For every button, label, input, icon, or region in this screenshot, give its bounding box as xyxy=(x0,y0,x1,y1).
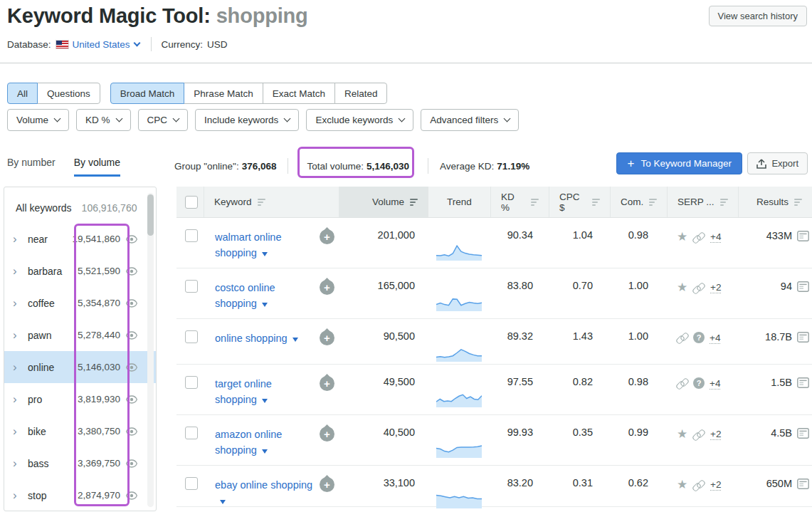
sort-icon[interactable] xyxy=(531,199,539,206)
row-checkbox[interactable] xyxy=(185,376,198,389)
caret-down-icon[interactable] xyxy=(262,449,268,454)
row-checkbox[interactable] xyxy=(185,427,198,439)
match-tab[interactable]: All xyxy=(7,83,38,104)
keyword-link[interactable]: amazon online shopping xyxy=(215,429,282,456)
add-to-keyword-manager-icon[interactable]: + xyxy=(320,477,334,492)
chevron-right-icon[interactable]: › xyxy=(13,393,21,405)
caret-down-icon[interactable] xyxy=(220,500,226,504)
eye-icon[interactable] xyxy=(126,491,137,500)
filter-dropdown[interactable]: Exclude keywords xyxy=(306,109,413,131)
add-to-keyword-manager-icon[interactable]: + xyxy=(320,229,334,244)
keyword-link[interactable]: ebay online shopping xyxy=(215,479,312,491)
filter-dropdown[interactable]: Volume xyxy=(7,109,69,131)
column-header[interactable]: Keyword xyxy=(204,187,339,217)
serp-snapshot-icon[interactable] xyxy=(797,428,809,439)
eye-icon[interactable] xyxy=(126,235,137,244)
keyword-group-item[interactable]: › near 19,541,860 xyxy=(4,223,156,255)
column-header[interactable]: SERP ... xyxy=(667,187,738,217)
sort-icon[interactable] xyxy=(794,199,802,206)
eye-icon[interactable] xyxy=(126,459,137,468)
keyword-link[interactable]: walmart online shopping xyxy=(215,231,282,258)
chevron-right-icon[interactable]: › xyxy=(13,361,21,373)
serp-snapshot-icon[interactable] xyxy=(797,231,809,241)
keyword-link[interactable]: online shopping xyxy=(215,333,288,344)
sort-icon[interactable] xyxy=(720,199,728,206)
chevron-right-icon[interactable]: › xyxy=(13,425,21,437)
by-volume-toggle[interactable]: By volume xyxy=(74,157,120,177)
keyword-cell: amazon online shopping + xyxy=(204,415,339,465)
database-value: United States xyxy=(73,39,130,50)
serp-features-more-link[interactable]: +4 xyxy=(710,333,720,344)
view-search-history-button[interactable]: View search history xyxy=(709,6,807,26)
sort-icon[interactable] xyxy=(649,199,657,206)
keyword-group-item[interactable]: › coffee 5,354,870 xyxy=(4,287,156,319)
serp-features-more-link[interactable]: +2 xyxy=(710,429,721,440)
eye-icon[interactable] xyxy=(126,331,137,340)
row-checkbox[interactable] xyxy=(185,477,198,490)
match-tab[interactable]: Phrase Match xyxy=(184,83,263,104)
keyword-group-item[interactable]: › bass 3,369,750 xyxy=(4,447,156,479)
eye-icon[interactable] xyxy=(126,299,137,308)
match-tab[interactable]: Broad Match xyxy=(110,83,185,104)
chevron-right-icon[interactable]: › xyxy=(13,233,21,245)
sort-icon[interactable] xyxy=(592,199,600,206)
sidebar-all-keywords[interactable]: All keywords 106,916,760 xyxy=(4,193,156,223)
select-all-checkbox[interactable] xyxy=(185,196,198,209)
filter-dropdown[interactable]: Include keywords xyxy=(195,109,299,131)
sort-icon[interactable] xyxy=(258,199,265,206)
caret-down-icon[interactable] xyxy=(262,399,268,403)
to-keyword-manager-button[interactable]: +To Keyword Manager xyxy=(616,152,742,174)
sidebar-scrollbar[interactable] xyxy=(147,193,154,507)
serp-snapshot-icon[interactable] xyxy=(797,281,809,292)
eye-icon[interactable] xyxy=(126,395,137,404)
filter-dropdown[interactable]: CPC xyxy=(138,109,189,131)
column-header[interactable]: Results xyxy=(738,187,812,217)
sort-icon[interactable] xyxy=(410,199,418,206)
column-header[interactable]: Com. xyxy=(610,187,667,217)
filter-dropdown[interactable]: Advanced filters xyxy=(421,109,519,131)
serp-features-more-link[interactable]: +2 xyxy=(710,479,721,491)
column-header[interactable]: Trend xyxy=(428,187,490,217)
chevron-right-icon[interactable]: › xyxy=(13,489,21,501)
chevron-right-icon[interactable]: › xyxy=(13,297,21,309)
serp-features-more-link[interactable]: +4 xyxy=(710,378,720,390)
column-header[interactable]: CPC $ xyxy=(549,187,610,217)
keyword-group-item[interactable]: › bike 3,380,750 xyxy=(4,415,156,447)
by-number-toggle[interactable]: By number xyxy=(7,157,56,177)
row-checkbox[interactable] xyxy=(185,229,198,242)
export-button[interactable]: Export xyxy=(747,152,808,174)
chevron-right-icon[interactable]: › xyxy=(13,265,21,277)
add-to-keyword-manager-icon[interactable]: + xyxy=(320,427,334,442)
caret-down-icon[interactable] xyxy=(262,303,268,307)
database-select[interactable]: United States xyxy=(73,39,139,50)
filter-dropdown[interactable]: KD % xyxy=(76,109,131,131)
serp-features-more-link[interactable]: +2 xyxy=(710,282,721,293)
keyword-group-item[interactable]: › pro 3,819,930 xyxy=(4,383,156,415)
add-to-keyword-manager-icon[interactable]: + xyxy=(320,376,334,391)
scrollbar-thumb[interactable] xyxy=(147,194,154,236)
add-to-keyword-manager-icon[interactable]: + xyxy=(320,280,334,295)
serp-snapshot-icon[interactable] xyxy=(797,479,809,489)
chevron-right-icon[interactable]: › xyxy=(13,329,21,341)
column-header[interactable]: KD % xyxy=(490,187,549,217)
keyword-group-item[interactable]: › pawn 5,278,440 xyxy=(4,319,156,351)
match-tab[interactable]: Questions xyxy=(37,83,100,104)
row-checkbox[interactable] xyxy=(185,330,198,343)
column-header[interactable]: Volume xyxy=(339,187,428,217)
add-to-keyword-manager-icon[interactable]: + xyxy=(320,330,334,345)
eye-icon[interactable] xyxy=(126,267,137,276)
chevron-right-icon[interactable]: › xyxy=(13,457,21,469)
caret-down-icon[interactable] xyxy=(292,338,298,342)
eye-icon[interactable] xyxy=(126,363,137,372)
row-checkbox[interactable] xyxy=(185,280,198,293)
match-tab[interactable]: Related xyxy=(334,83,388,104)
match-tab[interactable]: Exact Match xyxy=(263,83,335,104)
keyword-group-item[interactable]: › barbara 5,521,590 xyxy=(4,255,156,287)
eye-icon[interactable] xyxy=(126,427,137,436)
keyword-group-item[interactable]: › stop 2,874,970 xyxy=(4,479,156,511)
keyword-group-item[interactable]: › online 5,146,030 xyxy=(4,351,156,383)
caret-down-icon[interactable] xyxy=(262,252,268,256)
serp-snapshot-icon[interactable] xyxy=(797,377,809,388)
serp-features-more-link[interactable]: +4 xyxy=(710,231,721,243)
serp-snapshot-icon[interactable] xyxy=(797,332,809,343)
